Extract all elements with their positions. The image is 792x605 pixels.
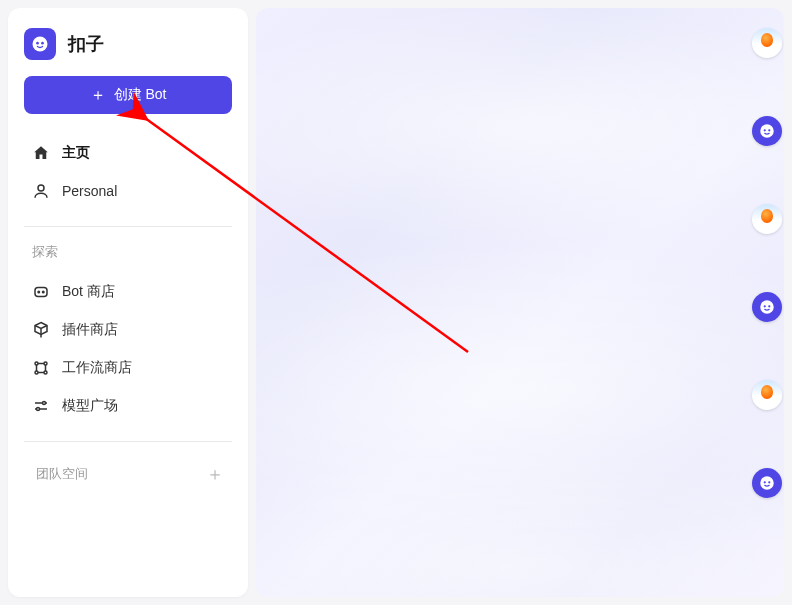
sidebar-item-model-plaza[interactable]: 模型广场	[24, 387, 232, 425]
add-team-space-button[interactable]: ＋	[202, 458, 228, 490]
svg-point-15	[768, 129, 770, 131]
explore-section-title: 探索	[24, 243, 232, 273]
svg-point-0	[33, 37, 48, 52]
sidebar-item-label: 模型广场	[62, 397, 118, 415]
sidebar-item-personal[interactable]: Personal	[24, 172, 232, 210]
main-content	[256, 8, 784, 597]
svg-point-13	[760, 124, 774, 138]
brand: 扣子	[24, 24, 232, 76]
create-bot-button[interactable]: ＋ 创建 Bot	[24, 76, 232, 114]
svg-point-14	[764, 129, 766, 131]
workflow-icon	[32, 359, 50, 377]
svg-point-20	[764, 481, 766, 483]
svg-point-16	[760, 300, 774, 314]
brand-logo-icon	[24, 28, 56, 60]
svg-point-3	[38, 185, 44, 191]
sidebar: 扣子 ＋ 创建 Bot 主页 Personal 探索 Bot 商店	[8, 8, 248, 597]
app-root: 扣子 ＋ 创建 Bot 主页 Personal 探索 Bot 商店	[0, 0, 792, 605]
plus-icon: ＋	[90, 87, 106, 103]
bot-avatar-icon[interactable]	[752, 468, 782, 498]
home-icon	[32, 144, 50, 162]
team-space-title: 团队空间	[28, 465, 88, 483]
sidebar-item-workflow-store[interactable]: 工作流商店	[24, 349, 232, 387]
user-avatar-icon[interactable]	[752, 204, 782, 234]
create-bot-label: 创建 Bot	[114, 86, 167, 104]
svg-point-5	[38, 291, 40, 293]
sidebar-item-label: Personal	[62, 183, 117, 199]
svg-point-2	[41, 42, 44, 45]
divider	[24, 226, 232, 227]
sidebar-item-bot-store[interactable]: Bot 商店	[24, 273, 232, 311]
svg-rect-4	[35, 288, 47, 297]
svg-point-6	[43, 291, 45, 293]
svg-point-19	[760, 476, 774, 490]
svg-point-17	[764, 305, 766, 307]
sidebar-item-label: Bot 商店	[62, 283, 115, 301]
svg-point-18	[768, 305, 770, 307]
sidebar-item-label: 插件商店	[62, 321, 118, 339]
team-space-section: 团队空间 ＋	[24, 458, 232, 490]
sidebar-item-label: 主页	[62, 144, 90, 162]
bot-face-icon	[32, 283, 50, 301]
svg-point-8	[44, 362, 47, 365]
user-avatar-icon[interactable]	[752, 28, 782, 58]
user-icon	[32, 182, 50, 200]
svg-point-11	[43, 402, 46, 405]
sidebar-item-label: 工作流商店	[62, 359, 132, 377]
floating-avatar-column	[752, 28, 782, 498]
sidebar-item-home[interactable]: 主页	[24, 134, 232, 172]
svg-point-1	[36, 42, 39, 45]
svg-point-21	[768, 481, 770, 483]
bot-avatar-icon[interactable]	[752, 116, 782, 146]
svg-point-9	[35, 371, 38, 374]
svg-point-7	[35, 362, 38, 365]
divider	[24, 441, 232, 442]
cube-icon	[32, 321, 50, 339]
sidebar-item-plugin-store[interactable]: 插件商店	[24, 311, 232, 349]
sliders-icon	[32, 397, 50, 415]
svg-point-10	[44, 371, 47, 374]
bot-avatar-icon[interactable]	[752, 292, 782, 322]
brand-name: 扣子	[68, 32, 104, 56]
user-avatar-icon[interactable]	[752, 380, 782, 410]
svg-point-12	[37, 408, 40, 411]
